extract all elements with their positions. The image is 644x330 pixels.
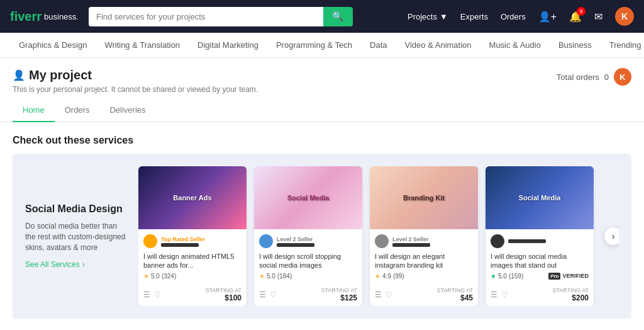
experts-nav-link[interactable]: Experts (460, 12, 488, 21)
service-card: Social Media Level 2 Seller I will desig… (254, 166, 362, 306)
total-orders-count: 0 (604, 72, 609, 82)
cat-data[interactable]: Data (361, 33, 396, 58)
add-user-icon[interactable]: 👤+ (538, 11, 557, 23)
search-input[interactable] (89, 7, 323, 26)
star-icon: ★ (259, 273, 265, 280)
cat-trending[interactable]: Trending (601, 33, 644, 58)
price-value: $125 (321, 293, 357, 302)
footer-icons: ☰ ♡ (491, 290, 508, 299)
business-logo-text: business. (44, 12, 79, 21)
tab-home[interactable]: Home (13, 99, 55, 122)
services-carousel: Social Media Design Do social media bett… (13, 154, 631, 319)
card-thumbnail: Social Media (254, 166, 362, 229)
carousel-next-button[interactable]: › (604, 227, 619, 246)
messages-icon[interactable]: ✉ (594, 11, 602, 23)
cat-video-animation[interactable]: Video & Animation (396, 33, 480, 58)
chevron-down-icon: ▼ (440, 12, 448, 21)
header: fiverr business. 🔍 Projects ▼ Experts Or… (0, 0, 644, 33)
rating-value: 5.0 (267, 273, 275, 280)
price-value: $100 (205, 293, 242, 302)
total-orders-avatar: K (614, 68, 631, 86)
star-icon: ★ (491, 273, 496, 280)
seller-name-bar (392, 243, 430, 247)
card-title: I will design social media images that s… (491, 252, 589, 270)
seller-name-bar (277, 243, 314, 247)
card-img-label: Banner Ads (168, 189, 216, 207)
tab-deliveries[interactable]: Deliveries (99, 99, 155, 122)
service-card: Branding Kit Level 2 Seller I will desig… (370, 166, 478, 306)
heart-icon[interactable]: ♡ (154, 290, 161, 299)
seller-info: Level 2 Seller (375, 234, 473, 248)
user-avatar[interactable]: K (615, 7, 634, 26)
card-title: I will design an elegant instagram brand… (375, 252, 473, 270)
seller-badge: Level 2 Seller (277, 236, 314, 242)
card-rating: ★ 5.0 (324) (143, 273, 242, 280)
menu-icon[interactable]: ☰ (259, 290, 266, 299)
card-thumbnail: Branding Kit (370, 166, 478, 229)
card-footer: ☰ ♡ STARTING AT $200 (486, 285, 594, 306)
rating-value: 5.0 (151, 273, 160, 280)
starting-at-label: STARTING AT (436, 287, 473, 293)
seller-avatar (491, 234, 504, 248)
heart-icon[interactable]: ♡ (270, 290, 277, 299)
seller-badge: Top Rated Seller (161, 236, 205, 242)
notification-badge: 9 (577, 7, 586, 16)
seller-avatar (143, 234, 157, 248)
total-orders: Total orders 0 K (557, 68, 631, 86)
menu-icon[interactable]: ☰ (491, 290, 497, 299)
person-icon: 👤 (13, 69, 25, 81)
project-title-area: 👤 My project This is your personal proje… (13, 68, 258, 94)
price-value: $200 (552, 293, 589, 302)
tab-orders[interactable]: Orders (55, 99, 100, 122)
service-card: Social Media I will design social media … (486, 166, 594, 306)
heart-icon[interactable]: ♡ (501, 290, 508, 299)
seller-info: Level 2 Seller (259, 234, 357, 248)
starting-at-label: STARTING AT (321, 287, 357, 293)
seller-name-bar (161, 243, 199, 247)
cat-business[interactable]: Business (550, 33, 601, 58)
category-heading: Social Media Design (25, 203, 126, 216)
cat-writing-translation[interactable]: Writing & Translation (96, 33, 189, 58)
card-rating: ★ 5.0 (159) Pro VERIFIED (491, 273, 589, 280)
cat-digital-marketing[interactable]: Digital Marketing (189, 33, 267, 58)
card-footer: ☰ ♡ STARTING AT $125 (254, 285, 362, 306)
seller-name-block: Top Rated Seller (161, 236, 205, 247)
card-body: Level 2 Seller I will design scroll stop… (254, 229, 362, 285)
menu-icon[interactable]: ☰ (143, 290, 150, 299)
seller-name-block: Level 2 Seller (277, 236, 314, 247)
projects-nav-link[interactable]: Projects ▼ (408, 12, 448, 21)
card-body: Level 2 Seller I will design an elegant … (370, 229, 478, 285)
card-img-label: Social Media (514, 189, 566, 207)
cat-music-audio[interactable]: Music & Audio (480, 33, 550, 58)
card-title: I will design scroll stopping social med… (259, 252, 357, 270)
cat-graphics-design[interactable]: Graphics & Design (10, 33, 96, 58)
verified-text: VERIFIED (562, 273, 589, 279)
card-body: Top Rated Seller I will design animated … (138, 229, 247, 285)
orders-nav-link[interactable]: Orders (501, 12, 526, 21)
services-category-info: Social Media Design Do social media bett… (25, 166, 138, 306)
card-thumbnail: Social Media (486, 166, 594, 229)
category-nav: Graphics & Design Writing & Translation … (0, 33, 644, 58)
fiverr-logo-text: fiverr (10, 9, 42, 24)
seller-avatar (259, 234, 273, 248)
notification-icon[interactable]: 🔔 9 (569, 11, 582, 23)
card-img-label: Branding Kit (398, 189, 450, 207)
card-thumbnail: Banner Ads (138, 166, 247, 229)
heart-icon[interactable]: ♡ (386, 290, 392, 299)
footer-icons: ☰ ♡ (259, 290, 277, 299)
menu-icon[interactable]: ☰ (375, 290, 382, 299)
service-card: Banner Ads Top Rated Seller I will desig… (138, 166, 247, 306)
seller-name-block (508, 239, 546, 243)
logo: fiverr business. (10, 9, 79, 24)
rating-value: 5.0 (498, 273, 507, 280)
pro-verified-badge: Pro VERIFIED (548, 273, 589, 280)
card-rating: ★ 4.9 (99) (375, 273, 473, 280)
review-count: (184) (277, 273, 292, 280)
card-footer: ☰ ♡ STARTING AT $100 (138, 285, 247, 306)
see-all-services-link[interactable]: See All Services › (25, 260, 126, 269)
footer-icons: ☰ ♡ (143, 290, 161, 299)
search-button[interactable]: 🔍 (323, 7, 353, 26)
card-rating: ★ 5.0 (184) (259, 273, 357, 280)
header-nav: Projects ▼ Experts Orders 👤+ 🔔 9 ✉ K (408, 7, 634, 26)
cat-programming-tech[interactable]: Programming & Tech (267, 33, 361, 58)
